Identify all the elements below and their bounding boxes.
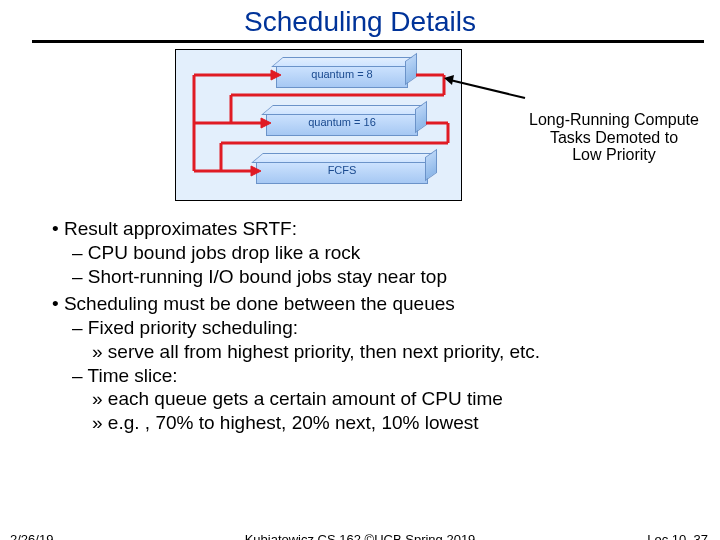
annotation-line-1: Long-Running Compute — [509, 111, 719, 129]
annotation-line-2: Tasks Demoted to — [509, 129, 719, 147]
svg-line-15 — [450, 80, 525, 98]
bullet-2b: Time slice: each queue gets a certain am… — [72, 364, 704, 435]
bullet-1b: Short-running I/O bound jobs stay near t… — [72, 265, 704, 289]
footer-page: Lec 10. 37 — [647, 532, 708, 540]
bullet-1: Result approximates SRTF: CPU bound jobs… — [52, 217, 704, 288]
svg-marker-1 — [271, 70, 281, 80]
bullet-2a1: serve all from highest priority, then ne… — [92, 340, 704, 364]
bullet-1a: CPU bound jobs drop like a rock — [72, 241, 704, 265]
svg-marker-16 — [444, 75, 454, 85]
bullet-2a: Fixed priority scheduling: serve all fro… — [72, 316, 704, 364]
slide-title: Scheduling Details — [0, 6, 720, 38]
title-rule — [32, 40, 704, 43]
diagram-frame: quantum = 8 quantum = 16 FCFS — [175, 49, 462, 201]
body-content: Result approximates SRTF: CPU bound jobs… — [32, 217, 704, 435]
annotation-text: Long-Running Compute Tasks Demoted to Lo… — [509, 111, 719, 164]
demotion-arrows — [176, 50, 461, 200]
footer-center: Kubiatowicz CS 162 ©UCB Spring 2019 — [0, 532, 720, 540]
bullet-2: Scheduling must be done between the queu… — [52, 292, 704, 435]
bullet-2b1: each queue gets a certain amount of CPU … — [92, 387, 704, 411]
svg-marker-3 — [261, 118, 271, 128]
annotation-line-3: Low Priority — [509, 146, 719, 164]
annotation-arrow-icon — [440, 75, 530, 105]
bullet-2b2: e.g. , 70% to highest, 20% next, 10% low… — [92, 411, 704, 435]
diagram: quantum = 8 quantum = 16 FCFS — [0, 49, 720, 209]
svg-marker-5 — [251, 166, 261, 176]
